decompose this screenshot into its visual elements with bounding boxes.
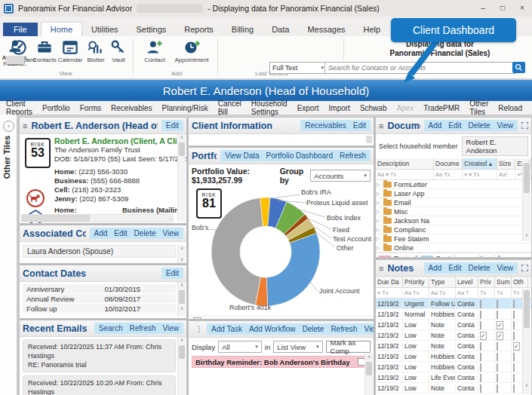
summary-checkbox[interactable] [497, 353, 498, 361]
other-checkbox[interactable] [513, 300, 515, 308]
summary-checkbox[interactable] [497, 384, 498, 393]
search-button[interactable] [512, 62, 525, 73]
note-row[interactable]: 12/19/2 Low Hobbies Conta [376, 351, 531, 362]
folder-row[interactable]: ▷ Misc [376, 207, 531, 216]
other-checkbox[interactable] [513, 332, 515, 340]
filter-icons[interactable]: ≡ ▾ Tx [463, 170, 497, 179]
edit-button[interactable]: Edit [166, 269, 179, 277]
column-header[interactable]: Type [429, 277, 456, 287]
action-button[interactable]: Add Workflow [249, 325, 296, 333]
expand-icon[interactable] [521, 265, 528, 271]
scroll-up-icon[interactable]: ∧ [178, 282, 186, 289]
vault-button[interactable]: Vault [106, 38, 131, 63]
column-header[interactable]: Oth [512, 277, 528, 287]
toolbar-item[interactable]: Planning/Risk [162, 104, 208, 112]
action-button[interactable]: Add Task [211, 325, 242, 333]
scroll-down-icon[interactable]: ∨ [523, 382, 530, 389]
toolbar-item[interactable]: Other Tiles [469, 100, 488, 116]
toolbar-item[interactable]: Export [297, 104, 319, 112]
action-button[interactable]: Add [429, 121, 442, 130]
toolbar-item[interactable]: Client Reports [6, 100, 32, 116]
menu-icon[interactable]: ≡ [379, 264, 383, 273]
action-button[interactable]: Delete [469, 264, 490, 272]
menu-tab[interactable]: Reports [175, 23, 223, 36]
scrollbar[interactable]: ∧∨ [177, 282, 186, 317]
scrollbar[interactable]: ∧ [177, 337, 186, 395]
folder-row[interactable]: ▷ Fee Statem [376, 234, 531, 243]
tree-expander-icon[interactable]: ▷ [376, 200, 382, 206]
scroll-thumb[interactable] [524, 290, 530, 328]
search-mode-select[interactable]: Full Text ▾ [269, 62, 327, 74]
filter-icons[interactable]: Aa Tx [429, 288, 456, 298]
client-card-scrollbar[interactable]: ∧ [177, 134, 186, 222]
donut-slice[interactable] [266, 233, 320, 306]
column-header[interactable]: Priv [478, 277, 495, 287]
toolbar-item[interactable]: Forms [80, 104, 101, 112]
search-input[interactable] [324, 62, 515, 74]
filter-icons[interactable]: Aa Tx [434, 170, 463, 179]
column-header[interactable]: Level [456, 277, 478, 287]
close-button[interactable]: × [512, 0, 532, 17]
folder-row[interactable]: ▷ FormLetter [376, 180, 531, 189]
folder-row[interactable]: ▷ Email [376, 198, 531, 207]
toolbar-item[interactable]: Household Settings [251, 100, 288, 116]
private-checkbox[interactable] [480, 321, 481, 329]
add-contact-button[interactable]: Contact [140, 38, 170, 63]
action-button[interactable]: View [364, 325, 374, 333]
action-button[interactable]: Edit [114, 229, 127, 237]
summary-checkbox[interactable] [497, 311, 498, 319]
display-select[interactable]: All▾ [218, 341, 262, 353]
calendar-button[interactable]: Calendar [57, 38, 83, 63]
note-row[interactable]: 12/19/2 Low Note Conta ✓ ✓ [376, 330, 531, 341]
action-button[interactable]: Refresh [340, 152, 366, 160]
private-checkbox[interactable] [480, 300, 481, 308]
tree-expander-icon[interactable]: ▷ [376, 209, 382, 215]
menu-tab[interactable]: Utilities [82, 23, 127, 36]
other-checkbox[interactable] [513, 374, 515, 382]
scrollbar[interactable]: ∧∨ [177, 245, 186, 264]
action-button[interactable]: Delete [469, 121, 490, 130]
tree-expander-icon[interactable]: ▷ [376, 245, 382, 251]
filter-icons[interactable]: Aa Tx [403, 288, 429, 298]
summary-checkbox[interactable]: ✓ [497, 332, 503, 340]
toolbar-item[interactable]: Reload [498, 104, 522, 112]
tree-expander-icon[interactable]: ▷ [376, 236, 382, 242]
contact-date-row[interactable]: Follow up10/02/2017 [23, 304, 176, 313]
action-button[interactable]: Delete [134, 229, 156, 237]
note-row[interactable]: 12/19/2 Normal Hobbies Conta [376, 309, 531, 320]
note-row[interactable]: 12/19/2 Low Note Conta ✓ [376, 341, 531, 351]
menu-tab[interactable]: Billing [223, 23, 263, 36]
action-button[interactable]: Receivables [305, 121, 346, 130]
toolbar-item[interactable]: Apex [396, 104, 414, 112]
private-checkbox[interactable]: ✓ [480, 332, 487, 340]
task-row[interactable]: Birthday Reminder: Bob Anderson's Birthd… [192, 356, 369, 368]
scroll-down-icon[interactable]: ∨ [178, 305, 186, 312]
column-header[interactable]: Priority [403, 277, 429, 287]
email-item[interactable]: Received: 10/22/2025 11:37 AM From: Chri… [23, 339, 176, 372]
view-mode-select[interactable]: List View▾ [273, 341, 322, 353]
menu-tab[interactable]: File [3, 23, 38, 36]
action-button[interactable]: Delete [302, 325, 324, 333]
private-checkbox[interactable] [480, 374, 481, 382]
toolbar-item[interactable]: Schwab [360, 104, 387, 112]
filter-icons[interactable]: Aa T [456, 288, 478, 298]
action-button[interactable]: Edit [448, 121, 461, 130]
contact-date-row[interactable]: Anniversary01/30/2015 [23, 284, 176, 293]
action-button[interactable]: Add [429, 264, 442, 272]
minimize-button[interactable]: – [473, 0, 493, 17]
scroll-thumb[interactable] [366, 362, 372, 375]
menu-icon[interactable]: ≡ [379, 121, 383, 130]
filter-icons[interactable]: Tx [495, 288, 512, 298]
note-row[interactable]: 12/19/2 Low Life Even Conta [376, 372, 531, 383]
private-checkbox[interactable] [480, 363, 481, 372]
folder-row[interactable]: ▷ Laser App [376, 189, 531, 198]
drag-handle-icon[interactable]: ⋮ [195, 325, 203, 333]
scroll-down-icon[interactable]: ∨ [523, 232, 530, 239]
contact-date-row[interactable]: Annual Review08/09/2017 [23, 294, 176, 303]
scrollbar[interactable]: ∧ [364, 354, 373, 395]
menu-icon[interactable]: ≡ [23, 121, 27, 130]
summary-checkbox[interactable]: ✓ [497, 321, 503, 329]
menu-tab[interactable]: Home [41, 22, 82, 36]
filter-icons[interactable]: Aa¹ [497, 170, 515, 179]
other-tiles-tab[interactable]: Other Tiles [2, 136, 11, 179]
